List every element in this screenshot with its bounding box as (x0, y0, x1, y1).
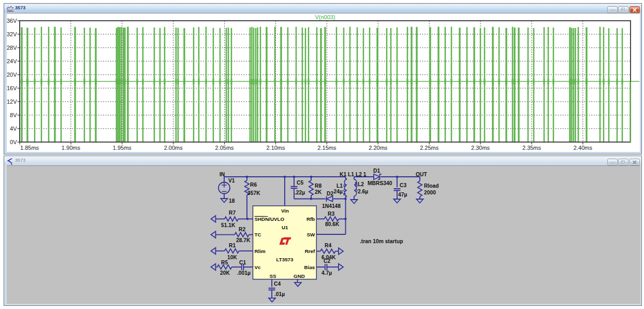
svg-text:R1: R1 (229, 243, 236, 248)
svg-text:C1: C1 (239, 260, 246, 265)
svg-text:R3: R3 (328, 211, 334, 217)
svg-text:28V: 28V (7, 45, 17, 51)
svg-text:80.6K: 80.6K (325, 221, 340, 227)
svg-text:357K: 357K (247, 190, 260, 196)
svg-text:OUT: OUT (416, 172, 427, 177)
svg-text:C5: C5 (297, 180, 303, 186)
svg-text:U1: U1 (282, 224, 288, 230)
svg-text:2.35ms: 2.35ms (522, 145, 541, 151)
svg-text:.22µ: .22µ (295, 190, 305, 195)
svg-text:2.40ms: 2.40ms (574, 145, 593, 151)
svg-text:Vin: Vin (281, 208, 289, 214)
svg-text:TC: TC (255, 232, 261, 237)
svg-text:C3: C3 (400, 182, 406, 188)
svg-text:24V: 24V (7, 58, 17, 64)
svg-text:R2: R2 (239, 227, 245, 232)
svg-text:Rlim: Rlim (255, 248, 266, 254)
svg-text:28.7K: 28.7K (236, 237, 251, 243)
svg-text:2.05ms: 2.05ms (215, 145, 235, 151)
svg-text:R5: R5 (221, 260, 228, 265)
svg-text:Bias: Bias (304, 264, 315, 270)
svg-text:1.85ms: 1.85ms (20, 145, 39, 151)
svg-text:D2: D2 (327, 191, 333, 196)
svg-text:R7: R7 (229, 210, 236, 216)
svg-text:V(n003): V(n003) (315, 14, 335, 20)
svg-text:SHDN/UVLO: SHDN/UVLO (255, 216, 285, 222)
svg-text:D1: D1 (373, 168, 380, 174)
svg-text:R6: R6 (250, 182, 257, 188)
svg-text:L1: L1 (336, 183, 343, 189)
svg-text:4.7µ: 4.7µ (321, 270, 332, 276)
svg-text:GND: GND (294, 273, 305, 279)
svg-text:8V: 8V (10, 112, 17, 118)
svg-text:L2: L2 (358, 181, 364, 187)
svg-text:MBRS340: MBRS340 (368, 180, 392, 186)
svg-text:SW: SW (307, 232, 316, 237)
svg-text:1N4148: 1N4148 (322, 203, 341, 209)
svg-text:2.6µ: 2.6µ (358, 189, 368, 194)
svg-text:Rfb: Rfb (306, 216, 315, 222)
svg-text:1.95ms: 1.95ms (113, 145, 132, 151)
svg-text:51.1K: 51.1K (221, 222, 236, 228)
svg-text:24µ: 24µ (334, 189, 343, 194)
svg-text:2.00ms: 2.00ms (164, 145, 183, 151)
svg-text:Rref: Rref (305, 248, 315, 254)
svg-text:4V: 4V (10, 125, 17, 132)
svg-text:IN: IN (219, 172, 225, 177)
svg-text:SS: SS (269, 273, 276, 279)
svg-text:C2: C2 (324, 258, 330, 264)
svg-text:LT3573: LT3573 (276, 257, 294, 262)
svg-text:K1 L1 L2 1: K1 L1 L2 1 (340, 172, 367, 177)
svg-text:47µ: 47µ (398, 192, 407, 198)
svg-text:2K: 2K (315, 189, 322, 195)
svg-text:.01µ: .01µ (274, 291, 285, 297)
svg-text:12V: 12V (7, 99, 17, 105)
svg-text:36V: 36V (7, 18, 17, 24)
svg-text:2.15ms: 2.15ms (317, 145, 336, 151)
svg-text:10K: 10K (227, 255, 237, 260)
svg-text:V1: V1 (228, 178, 235, 184)
svg-text:.001µ: .001µ (237, 270, 251, 276)
svg-text:R4: R4 (325, 243, 331, 248)
svg-text:.tran 10m startup: .tran 10m startup (360, 238, 403, 244)
svg-text:Vc: Vc (255, 264, 261, 270)
svg-text:2.25ms: 2.25ms (420, 145, 439, 151)
svg-text:2.20ms: 2.20ms (369, 145, 388, 151)
svg-text:0V: 0V (10, 139, 17, 145)
svg-text:20K: 20K (220, 270, 230, 276)
svg-text:2.30ms: 2.30ms (471, 145, 490, 151)
svg-text:18: 18 (229, 198, 235, 204)
svg-text:2.10ms: 2.10ms (266, 145, 285, 151)
svg-text:16V: 16V (7, 85, 17, 91)
svg-text:32V: 32V (7, 31, 17, 37)
svg-text:1.90ms: 1.90ms (62, 145, 81, 151)
svg-text:Rload: Rload (424, 183, 439, 189)
svg-text:C4: C4 (274, 281, 281, 287)
svg-text:R8: R8 (315, 183, 321, 189)
svg-text:2000: 2000 (424, 190, 436, 195)
svg-text:20V: 20V (7, 72, 17, 78)
